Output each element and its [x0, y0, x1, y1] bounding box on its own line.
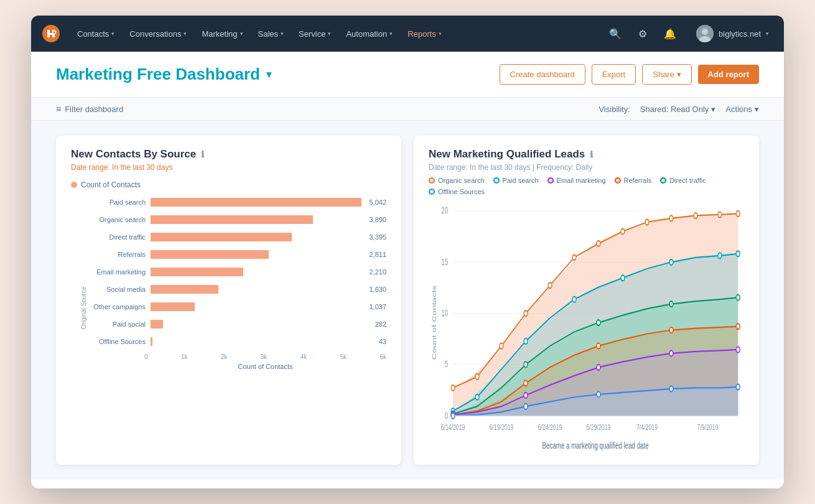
svg-point-55 — [669, 386, 673, 391]
chart1-info-icon[interactable]: ℹ — [201, 149, 204, 159]
browser-window: Contacts ▾ Conversations ▾ Marketing ▾ S… — [31, 16, 784, 488]
legend-email-icon — [547, 177, 554, 184]
nav-marketing[interactable]: Marketing ▾ — [195, 26, 249, 42]
svg-point-22 — [597, 241, 600, 246]
notifications-icon[interactable]: 🔔 — [661, 25, 679, 42]
svg-point-24 — [645, 219, 649, 225]
svg-text:Became a marketing qualified l: Became a marketing qualified lead date — [543, 441, 649, 451]
chart2-info-icon[interactable]: ℹ — [590, 149, 593, 159]
export-button[interactable]: Export — [592, 64, 636, 85]
svg-text:5: 5 — [445, 359, 448, 370]
chart-mql: New Marketing Qualified Leads ℹ Date ran… — [414, 136, 759, 465]
svg-point-49 — [597, 365, 600, 370]
chart1-y-axis-label: Original Source — [80, 286, 87, 329]
svg-point-25 — [669, 215, 673, 221]
legend-organic-search-icon — [429, 177, 435, 184]
table-row: Organic search 3,890 — [77, 213, 386, 226]
svg-text:7/9/2019: 7/9/2019 — [697, 422, 718, 431]
nav-service[interactable]: Service ▾ — [292, 26, 337, 42]
line-chart: 20 15 10 5 0 — [429, 202, 744, 462]
nav-icons: 🔍 ⚙ 🔔 — [607, 25, 679, 42]
actions-chevron-icon: ▾ — [755, 105, 759, 114]
svg-point-23 — [621, 228, 625, 234]
svg-point-35 — [718, 253, 722, 258]
service-chevron-icon: ▾ — [328, 30, 331, 37]
svg-text:15: 15 — [441, 257, 448, 268]
svg-text:7/4/2019: 7/4/2019 — [636, 422, 658, 431]
table-row: Email marketing 2,210 — [77, 265, 386, 279]
svg-point-27 — [718, 212, 722, 217]
svg-point-44 — [597, 343, 600, 348]
legend-offline-icon — [429, 189, 435, 195]
svg-point-26 — [694, 213, 697, 218]
svg-text:20: 20 — [441, 205, 448, 216]
user-name: biglytics.net — [719, 29, 761, 39]
legend-organic-search: Organic search — [429, 177, 485, 184]
navbar: Contacts ▾ Conversations ▾ Marketing ▾ S… — [31, 16, 784, 52]
filter-label: Filter dashboard — [65, 105, 123, 114]
svg-text:10: 10 — [441, 308, 448, 319]
title-chevron-icon: ▾ — [266, 68, 271, 80]
nav-reports[interactable]: Reports ▾ — [401, 26, 448, 42]
legend-paid-search: Paid search — [493, 177, 539, 184]
table-row: Offline Sources 43 — [77, 335, 386, 348]
settings-icon[interactable]: ⚙ — [634, 25, 651, 42]
svg-point-31 — [524, 338, 528, 344]
svg-point-32 — [572, 297, 576, 302]
chart2-title: New Marketing Qualified Leads ℹ — [429, 148, 744, 161]
svg-point-16 — [451, 385, 455, 391]
nav-conversations[interactable]: Conversations ▾ — [123, 26, 193, 42]
svg-point-38 — [524, 362, 528, 367]
svg-point-56 — [736, 384, 740, 390]
svg-point-39 — [597, 320, 600, 325]
chart-new-contacts: New Contacts By Source ℹ Date range: In … — [56, 136, 401, 465]
legend-referrals: Referrals — [615, 177, 652, 184]
nav-automation[interactable]: Automation ▾ — [340, 26, 399, 42]
chart1-date-range: Date range: In the last 30 days — [71, 163, 386, 172]
avatar — [696, 25, 714, 42]
legend-email-marketing: Email marketing — [547, 177, 606, 184]
add-report-button[interactable]: Add report — [698, 65, 759, 84]
hubspot-logo — [41, 24, 61, 44]
user-menu[interactable]: biglytics.net ▾ — [691, 22, 774, 45]
chart1-x-axis-title: Count of Contacts — [71, 363, 386, 370]
page-header: Marketing Free Dashboard ▾ Create dashbo… — [31, 52, 784, 98]
svg-point-43 — [524, 380, 528, 386]
search-icon[interactable]: 🔍 — [607, 25, 624, 42]
user-chevron-icon: ▾ — [766, 30, 769, 37]
svg-point-53 — [524, 404, 528, 409]
filter-icon: ≡ — [56, 104, 61, 114]
create-dashboard-button[interactable]: Create dashboard — [500, 64, 585, 85]
conversations-chevron-icon: ▾ — [184, 30, 187, 37]
chart1-x-axis: 0 1k 2k 3k 4k 5k 6k — [71, 353, 386, 360]
automation-chevron-icon: ▾ — [389, 30, 393, 37]
legend-offline-sources: Offline Sources — [429, 188, 485, 195]
visibility-label: Visibility: — [598, 105, 630, 114]
nav-sales[interactable]: Sales ▾ — [252, 26, 291, 42]
svg-point-48 — [524, 393, 528, 398]
svg-point-50 — [669, 350, 673, 356]
svg-point-18 — [500, 343, 503, 348]
nav-contacts[interactable]: Contacts ▾ — [71, 26, 121, 42]
dashboard-title[interactable]: Marketing Free Dashboard ▾ — [56, 65, 271, 84]
toolbar: ≡ Filter dashboard Visibility: Shared: R… — [31, 98, 784, 121]
actions-dropdown[interactable]: Actions ▾ — [725, 105, 759, 114]
svg-point-28 — [736, 211, 740, 217]
visibility-dropdown[interactable]: Shared: Read Only ▾ — [640, 105, 716, 114]
table-row: Social media 1,630 — [77, 282, 386, 296]
filter-dashboard-button[interactable]: ≡ Filter dashboard — [56, 104, 123, 114]
svg-point-51 — [736, 347, 740, 352]
svg-text:6/14/2019: 6/14/2019 — [440, 422, 465, 431]
toolbar-right: Visibility: Shared: Read Only ▾ Actions … — [598, 105, 759, 114]
share-button[interactable]: Share ▾ — [642, 64, 691, 85]
sales-chevron-icon: ▾ — [281, 30, 284, 37]
svg-text:6/19/2019: 6/19/2019 — [489, 422, 513, 431]
svg-point-41 — [736, 295, 740, 301]
svg-point-46 — [736, 324, 740, 329]
chart2-legend: Organic search Paid search Email marketi… — [429, 177, 744, 195]
svg-text:6/29/2019: 6/29/2019 — [586, 422, 610, 431]
chart1-title: New Contacts By Source ℹ — [71, 148, 386, 161]
content-area: New Contacts By Source ℹ Date range: In … — [31, 121, 784, 480]
svg-text:6/24/2019: 6/24/2019 — [538, 422, 562, 431]
svg-point-30 — [475, 394, 479, 400]
